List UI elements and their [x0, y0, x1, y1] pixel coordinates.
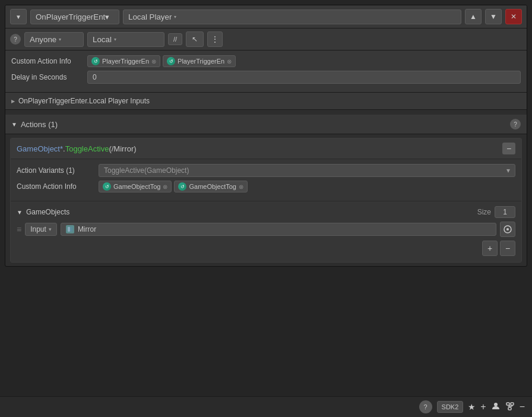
info-section: Custom Action Info ↺ PlayerTriggerEn ⊗ ↺…: [5, 50, 527, 93]
person-btn[interactable]: [491, 402, 501, 413]
bottom-bar: ? SDK2 ★ + −: [0, 396, 532, 417]
actions-title: ▼ Actions (1): [11, 120, 58, 129]
chip-1-icon: ↺: [91, 57, 100, 65]
add-item-btn[interactable]: +: [482, 241, 498, 256]
cursor-icon: ↖: [192, 35, 198, 43]
chip-1[interactable]: ↺ PlayerTriggerEn ⊗: [87, 55, 160, 67]
drag-handle-icon[interactable]: ≡: [17, 225, 21, 234]
mirror-label: Mirror: [78, 225, 96, 233]
trigger-label: OnPlayerTriggerEnt▾: [36, 12, 109, 21]
target-icon: [504, 225, 512, 233]
delete-btn[interactable]: ✕: [505, 9, 522, 24]
actions-help-btn[interactable]: ?: [510, 119, 521, 129]
separator-btn[interactable]: //: [168, 33, 182, 45]
move-up-btn[interactable]: ▲: [465, 9, 482, 24]
anyone-dropdown[interactable]: Anyone ▾: [24, 32, 84, 47]
player-label: Local Player: [128, 12, 172, 21]
down-arrow-icon: ▼: [490, 12, 497, 21]
delay-label: Delay in Seconds: [11, 73, 83, 81]
svg-point-3: [506, 228, 509, 230]
collapse-trigger-btn[interactable]: ▼: [10, 9, 27, 24]
second-row: ? Anyone ▾ Local ▾ // ↖ ⋮: [5, 29, 527, 50]
action-custom-info-row: Custom Action Info ↺ GameObjectTog ⊗ ↺ G…: [17, 181, 515, 192]
more-options-btn[interactable]: ⋮: [207, 31, 223, 47]
variants-section: Action Variants (1) ToggleActive(GameObj…: [11, 159, 521, 201]
cursor-btn[interactable]: ↖: [186, 31, 204, 47]
go-item-row: ≡ Input ▾ Mirror: [17, 222, 515, 237]
trigger-dropdown[interactable]: OnPlayerTriggerEnt▾: [30, 10, 119, 24]
gameobjects-header: ▼ GameObjects Size: [17, 206, 515, 218]
path-part: (/Mirror): [109, 144, 136, 153]
local-dropdown[interactable]: Local ▾: [87, 32, 164, 47]
anyone-label: Anyone: [30, 35, 56, 44]
up-arrow-icon: ▲: [470, 12, 477, 21]
size-area: Size: [477, 206, 515, 218]
gameobjects-arrow-icon: ▼: [17, 209, 23, 216]
move-down-btn[interactable]: ▼: [485, 9, 502, 24]
variants-label: Action Variants (1): [17, 166, 94, 175]
toggle-part: ToggleActive: [65, 144, 109, 153]
go-chip-1-label: GameObjectTog: [113, 183, 160, 190]
svg-rect-7: [508, 407, 511, 410]
action-remove-btn[interactable]: −: [502, 143, 515, 154]
delay-input[interactable]: [87, 71, 521, 84]
tree-btn[interactable]: [505, 402, 515, 413]
svg-point-4: [494, 403, 498, 406]
remove-item-btn[interactable]: −: [500, 241, 515, 256]
input-dropdown-arrow: ▾: [49, 226, 52, 232]
separator-icon: //: [173, 36, 177, 43]
action-full-name: GameObject*.ToggleActive(/Mirror): [17, 144, 137, 153]
target-picker-btn[interactable]: [500, 222, 515, 237]
svg-rect-0: [68, 227, 70, 232]
input-label: Input: [30, 225, 46, 233]
go-chip-1-close[interactable]: ⊗: [163, 184, 167, 190]
actions-header: ▼ Actions (1) ?: [5, 115, 527, 134]
delay-row: Delay in Seconds: [11, 71, 521, 84]
go-chip-2[interactable]: ↺ GameObjectTog ⊗: [174, 181, 247, 192]
inputs-collapse-row[interactable]: ▶ OnPlayerTriggerEnter.Local Player Inpu…: [5, 93, 527, 110]
main-container: ▼ OnPlayerTriggerEnt▾ Local Player ▾ ▲ ▼…: [0, 0, 532, 417]
help-icon[interactable]: ?: [10, 34, 21, 45]
custom-action-info-row: Custom Action Info ↺ PlayerTriggerEn ⊗ ↺…: [11, 55, 521, 67]
mirror-field: Mirror: [61, 223, 496, 236]
variants-value: ToggleActive(GameObject): [104, 166, 189, 175]
gameobjects-label: GameObjects: [26, 208, 69, 216]
sdk-label: SDK2: [437, 401, 464, 413]
go-chip-2-icon: ↺: [178, 182, 186, 191]
size-label: Size: [477, 208, 491, 216]
custom-action-info-label: Custom Action Info: [11, 57, 83, 65]
variants-dropdown[interactable]: ToggleActive(GameObject) ▾: [99, 164, 515, 177]
action-name-row: GameObject*.ToggleActive(/Mirror) −: [11, 138, 521, 159]
actions-section: ▼ Actions (1) ? GameObject*.ToggleActive…: [5, 115, 527, 263]
chip-1-label: PlayerTriggerEn: [102, 58, 149, 65]
action-custom-info-label: Custom Action Info: [17, 182, 94, 191]
custom-action-chips: ↺ PlayerTriggerEn ⊗ ↺ PlayerTriggerEn ⊗: [87, 55, 521, 67]
add-icon: +: [487, 244, 492, 253]
chip-2-label: PlayerTriggerEn: [178, 58, 224, 65]
player-dropdown[interactable]: Local Player ▾: [123, 10, 461, 24]
top-row: ▼ OnPlayerTriggerEnt▾ Local Player ▾ ▲ ▼…: [5, 5, 527, 29]
chip-2-close[interactable]: ⊗: [227, 58, 232, 65]
bottom-help-btn[interactable]: ?: [419, 400, 432, 413]
size-input[interactable]: [495, 206, 515, 218]
go-chip-1[interactable]: ↺ GameObjectTog ⊗: [99, 181, 172, 192]
local-arrow-icon: ▾: [114, 37, 116, 42]
star-btn[interactable]: ★: [468, 402, 476, 412]
player-dropdown-arrow: ▾: [174, 14, 176, 20]
mirror-icon: [66, 225, 74, 233]
variants-row: Action Variants (1) ToggleActive(GameObj…: [17, 164, 515, 177]
chip-2[interactable]: ↺ PlayerTriggerEn ⊗: [163, 55, 236, 67]
local-label: Local: [93, 35, 112, 44]
svg-rect-5: [506, 403, 509, 405]
plus-btn[interactable]: +: [480, 402, 486, 412]
actions-collapse-arrow: ▼: [11, 121, 17, 128]
actions-title-label: Actions (1): [21, 120, 58, 129]
go-chip-2-close[interactable]: ⊗: [239, 184, 243, 190]
bottom-minus-btn[interactable]: −: [520, 402, 525, 412]
close-icon: ✕: [511, 12, 517, 21]
gameobjects-title: ▼ GameObjects: [17, 208, 69, 216]
input-type-dropdown[interactable]: Input ▾: [25, 223, 57, 236]
action-item: GameObject*.ToggleActive(/Mirror) − Acti…: [10, 138, 522, 263]
dots-icon: ⋮: [211, 34, 219, 44]
chip-1-close[interactable]: ⊗: [151, 58, 156, 65]
